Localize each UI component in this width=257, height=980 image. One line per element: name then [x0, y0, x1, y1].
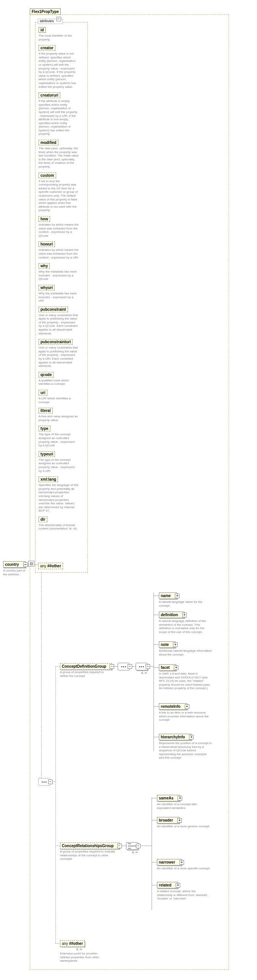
attribute-desc: The date (and, optionally, the time) whe… [39, 147, 79, 169]
child-element-label: facet [161, 665, 170, 670]
attribute-typeuri: typeuriThe type of the concept assigned … [39, 451, 84, 473]
attribute-desc: Why the metadata has been included - exp… [39, 292, 79, 303]
type-label: Flex1PropType [30, 8, 61, 15]
attribute-desc: Specifies the language of this property … [39, 483, 79, 513]
attribute-qcode: qcodeA qualified code which identifies a… [39, 372, 84, 386]
attributes-container: attributes − idThe local identifier of t… [35, 22, 88, 573]
choice-switch-icon [128, 846, 136, 846]
child-element-name[interactable]: name+ [159, 593, 177, 599]
expand-icon[interactable]: + [177, 818, 182, 823]
attribute-name[interactable]: custom [39, 173, 56, 178]
expand-icon[interactable]: + [176, 883, 180, 888]
expand-icon[interactable]: − [136, 844, 141, 848]
child-element-desc: A natural language name for the concept. [159, 600, 212, 607]
cardinality: 0..∞ [141, 671, 147, 675]
child-element-facet[interactable]: facet+ [159, 664, 176, 671]
child-element-note[interactable]: note+ [159, 641, 175, 648]
expand-icon[interactable]: − [117, 844, 122, 848]
concept-definition-group[interactable]: ConceptDefinitionGroup − [60, 663, 112, 670]
attribute-name[interactable]: uri [39, 390, 47, 396]
attribute-desc: Indicates by which means the value was e… [39, 248, 79, 259]
expand-icon[interactable]: + [185, 704, 189, 709]
child-element-desc: An identifier of a more specific concept… [157, 867, 210, 870]
attribute-name[interactable]: creatoruri [39, 92, 60, 98]
attribute-dir: dirThe directionality of textual content… [39, 517, 84, 531]
child-element-label: narrower [159, 860, 175, 864]
concept-relationships-group[interactable]: ConceptRelationshipsGroup − [60, 843, 120, 849]
attribute-name[interactable]: modified [39, 140, 58, 145]
def-sequence[interactable]: ••• − [118, 663, 130, 670]
child-element-definition[interactable]: definition+ [159, 612, 184, 618]
sequence-dots-icon: ••• [139, 664, 145, 669]
child-element-desc: A natural language definition of the sem… [159, 619, 212, 634]
any-element-ns: ##other [69, 941, 83, 946]
rel-choice[interactable]: − [126, 842, 138, 850]
child-element-desc: An identifier of a concept with equivale… [157, 802, 210, 810]
attribute-creator: creatorIf the property value is not defi… [39, 45, 84, 89]
root-element-name: country [5, 562, 19, 567]
group-label: ConceptRelationshipsGroup [62, 844, 114, 848]
root-element[interactable]: country − [3, 561, 26, 568]
attribute-name[interactable]: how [39, 216, 50, 222]
main-sequence[interactable]: ••• − [38, 778, 50, 786]
attribute-name[interactable]: whyuri [39, 285, 55, 291]
attribute-name[interactable]: dir [39, 517, 47, 522]
child-element-desc: Represents the position of a concept in … [159, 741, 212, 760]
child-element-remoteInfo[interactable]: remoteInfo+ [159, 703, 187, 710]
attribute-how: howIndicates by which means the value wa… [39, 216, 84, 237]
attribute-name[interactable]: type [39, 426, 50, 431]
any-element-desc: Extension point for provider-defined pro… [60, 952, 102, 963]
attribute-desc: If set to true the corresponding propert… [39, 179, 79, 212]
child-element-narrower[interactable]: narrower+ [157, 859, 182, 865]
cardinality: 0..∞ [132, 851, 138, 854]
expand-icon[interactable]: + [182, 613, 187, 617]
any-attribute-ns: ##other [47, 564, 61, 568]
expand-icon[interactable]: + [179, 860, 184, 865]
sep-icon: ⊟ [30, 562, 33, 566]
type-label-text: Flex1PropType [32, 10, 59, 14]
expand-icon[interactable]: + [174, 665, 178, 670]
expand-icon[interactable]: − [145, 664, 150, 669]
attributes-header[interactable]: attributes − [38, 19, 63, 24]
expand-icon[interactable]: + [189, 735, 194, 739]
child-element-label: hierarchyInfo [161, 735, 185, 739]
child-element-desc: A related concept, where the relationshi… [157, 890, 210, 901]
expand-icon[interactable]: + [178, 796, 182, 801]
child-element-label: note [161, 643, 169, 647]
attribute-name[interactable]: pubconstraint [39, 307, 68, 312]
attribute-pubconstrainturi: pubconstrainturiOne or many constraints … [39, 339, 84, 368]
attribute-uri: uriA URI which identifies a concept. [39, 390, 84, 404]
child-element-label: broader [159, 818, 173, 822]
any-element: any ##other [60, 940, 85, 947]
attribute-modified: modifiedThe date (and, optionally, the t… [39, 140, 84, 169]
diagram-canvas: Flex1PropType country − A country part o… [0, 0, 257, 980]
attribute-name[interactable]: why [39, 263, 50, 269]
expand-icon[interactable]: + [175, 594, 179, 598]
attribute-name[interactable]: typeuri [39, 451, 55, 457]
child-element-hierarchyInfo[interactable]: hierarchyInfo+ [159, 734, 191, 740]
attribute-name[interactable]: howuri [39, 241, 55, 247]
attribute-name[interactable]: id [39, 27, 46, 33]
attribute-desc: Why the metadata has been included - exp… [39, 270, 79, 281]
attribute-creatoruri: creatoruriIf the attribute is empty, spe… [39, 92, 84, 136]
expand-icon[interactable]: + [173, 643, 178, 647]
attribute-desc: The type of the concept assigned as cont… [39, 458, 79, 473]
attribute-name[interactable]: creator [39, 45, 55, 51]
attribute-desc: If the attribute is empty, specifies whi… [39, 99, 79, 136]
root-element-desc: A country part of the address. [3, 569, 30, 576]
attribute-name[interactable]: literal [39, 408, 53, 413]
attribute-type: typeThe type of the concept assigned as … [39, 426, 84, 447]
attribute-desc: Indicates by which means the value was e… [39, 223, 79, 237]
child-element-label: remoteInfo [161, 704, 181, 709]
child-element-sameAs[interactable]: sameAs+ [157, 795, 180, 801]
child-element-desc: Additional natural language information … [159, 649, 212, 656]
attribute-desc: The type of the concept assigned as cont… [39, 433, 79, 447]
attribute-name[interactable]: pubconstrainturi [39, 339, 73, 345]
child-element-related[interactable]: related+ [157, 882, 178, 888]
expand-icon[interactable]: − [57, 17, 61, 21]
child-element-broader[interactable]: broader+ [157, 817, 179, 823]
attribute-name[interactable]: xml:lang [39, 476, 58, 482]
expand-icon[interactable]: − [128, 664, 132, 669]
attribute-name[interactable]: qcode [39, 372, 53, 378]
attribute-desc: A free-text value assigned as property v… [39, 415, 79, 422]
